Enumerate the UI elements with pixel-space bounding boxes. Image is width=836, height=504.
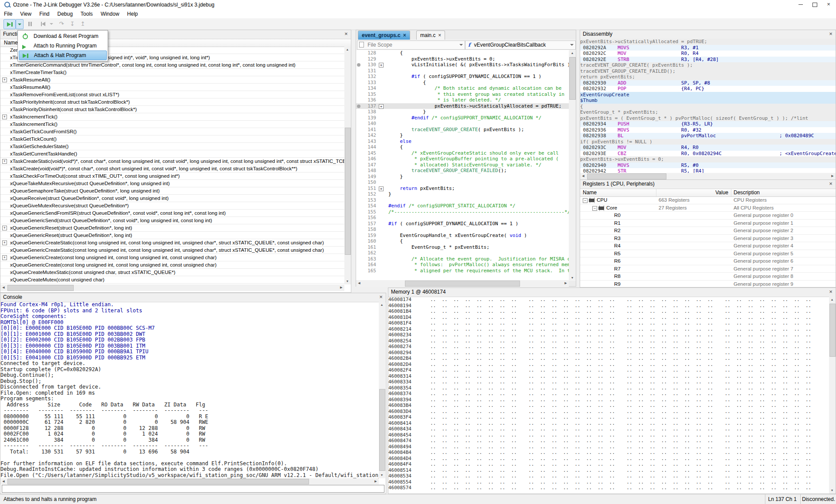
register-row[interactable]: R1General purpose register 1 (580, 220, 836, 227)
code-line[interactable]: 153 (356, 197, 569, 203)
menu-find[interactable]: Find (35, 10, 53, 18)
memory-row[interactable]: 46008534.. .. .. .. .. .. .. .. .. .. ..… (388, 473, 829, 479)
disassembly-instruction-line[interactable]: 08202934 PUSH {R3-R5, LR} (580, 121, 836, 127)
memory-row[interactable]: 46008294.. .. .. .. .. .. .. .. .. .. ..… (388, 350, 829, 356)
disassembly-instruction-line[interactable]: 08202932 POP {R4, PC} (580, 86, 836, 92)
code-gutter[interactable]: 134 (356, 85, 387, 91)
code-line[interactable]: 155/*-----------------------------------… (356, 209, 569, 215)
close-icon[interactable]: × (828, 30, 834, 38)
function-row[interactable]: xQueueGenericReset(struct QueueDefinitio… (0, 232, 345, 239)
code-line[interactable]: 129 pxEventBits->uxEventBits = 0; (356, 56, 569, 62)
disassembly-instruction-line[interactable]: 08202930 ADD SP, SP, #8 (580, 80, 836, 86)
disassembly-instruction-line[interactable]: 08202940 MOVS R5, #0 (580, 162, 836, 169)
menu-window[interactable]: Window (97, 10, 123, 18)
code-line[interactable]: 146 * pxEventGroupBuffer pointing to a p… (356, 156, 569, 162)
step-out-button[interactable]: ↥ (78, 19, 87, 28)
disassembly-source-line[interactable]: pxEventBits = ( EventGroup_t * ) pvPortM… (580, 115, 836, 122)
register-row[interactable]: −CPU663 RegistersCPU Registers (580, 196, 836, 204)
registers-column-header[interactable]: Name Value Description (580, 189, 836, 197)
memory-row[interactable]: 460081F4.. .. .. .. .. .. .. .. .. .. ..… (388, 320, 829, 326)
code-gutter[interactable]: 143 (356, 139, 387, 145)
memory-row[interactable]: 46008374.. .. .. .. .. .. .. .. .. .. ..… (388, 391, 829, 397)
menu-tools[interactable]: Tools (77, 10, 97, 18)
function-row[interactable]: xTaskPriorityDisinherit(const struct tsk… (0, 106, 345, 113)
disassembly-source-line[interactable]: { (580, 104, 836, 110)
code-gutter[interactable]: 141 (356, 127, 387, 133)
memory-row[interactable]: 46008554.. .. .. .. .. .. .. .. .. .. ..… (388, 479, 829, 485)
menu-item-attach-halt-program[interactable]: Attach & Halt Program (19, 51, 107, 60)
memory-row[interactable]: 46008354.. .. .. .. .. .. .. .. .. .. ..… (388, 385, 829, 391)
code-gutter[interactable]: 147 (356, 162, 387, 168)
menu-item-download-reset-program[interactable]: Download & Reset Program (19, 31, 107, 41)
close-icon[interactable]: × (378, 293, 384, 301)
function-row[interactable]: xQueueCreateMutex(const unsigned char) (0, 276, 345, 284)
step-over-button[interactable]: ↷ (57, 19, 66, 28)
code-gutter[interactable]: 151+ (356, 186, 387, 192)
code-gutter[interactable]: 164 (356, 262, 387, 268)
memory-row[interactable]: 46008414.. .. .. .. .. .. .. .. .. .. ..… (388, 420, 829, 426)
disassembly-source-line[interactable]: traceEVENT_GROUP_CREATE( pxEventBits ); (580, 62, 836, 68)
memory-vertical-scrollbar[interactable]: ▲ ▼ (829, 297, 836, 494)
code-line[interactable]: 160 { (356, 238, 569, 244)
expand-icon[interactable]: + (2, 159, 7, 164)
code-gutter[interactable]: 136 (356, 97, 387, 103)
code-line[interactable]: 159 EventGroupHandle_t xEventGroupCreate… (356, 233, 569, 239)
menu-file[interactable]: File (0, 10, 16, 18)
memory-row[interactable]: 46008194.. .. .. .. .. .. .. .. .. .. ..… (388, 303, 829, 309)
memory-row[interactable]: 460082B4.. .. .. .. .. .. .. .. .. .. ..… (388, 355, 829, 362)
disassembly-instruction-line[interactable]: 0820293E CBZ R0, 0x0820294C ; <xEventGro… (580, 151, 836, 157)
fold-icon[interactable]: + (379, 104, 384, 109)
code-gutter[interactable]: 146 (356, 156, 387, 162)
register-row[interactable]: R8General purpose register 8 (580, 273, 836, 281)
register-row[interactable]: R6General purpose register 6 (580, 257, 836, 265)
memory-row[interactable]: 46008254.. .. .. .. .. .. .. .. .. .. ..… (388, 338, 829, 344)
code-gutter[interactable]: 154 (356, 203, 387, 209)
disassembly-horizontal-scrollbar[interactable]: ◀ ▶ (580, 173, 836, 179)
function-row[interactable]: +xTaskIncrementTick() (0, 113, 345, 121)
expand-icon[interactable]: + (2, 240, 7, 245)
collapse-icon[interactable]: − (583, 198, 588, 203)
function-row[interactable]: xQueueSemaphoreTake(struct QueueDefiniti… (0, 187, 345, 195)
code-line[interactable]: 162 (356, 250, 569, 256)
memory-row[interactable]: 460083D4.. .. .. .. .. .. .. .. .. .. ..… (388, 409, 829, 415)
code-gutter[interactable]: 145 (356, 150, 387, 156)
function-row[interactable]: xQueueGiveMutexRecursive(struct QueueDef… (0, 202, 345, 210)
function-row[interactable]: xTaskPriorityInherit(const struct tskTas… (0, 98, 345, 106)
memory-row[interactable]: 460084F4.. .. .. .. .. .. .. .. .. .. ..… (388, 461, 829, 467)
code-line[interactable]: 130+ vListInitialise( &( pxEventBits->xT… (356, 62, 569, 68)
code-line[interactable]: 147 * allocated) StaticEventGroup_t vari… (356, 162, 569, 168)
tab-main-c[interactable]: main.c× (416, 30, 445, 40)
memory-row[interactable]: 46008234.. .. .. .. .. .. .. .. .. .. ..… (388, 332, 829, 338)
register-row[interactable]: R9General purpose register 9 (580, 281, 836, 288)
disassembly-label-line[interactable]: $Thumb (580, 98, 836, 104)
step-into-button[interactable]: ↧ (68, 19, 77, 28)
code-line[interactable]: 132 #if ( configSUPPORT_DYNAMIC_ALLOCATI… (356, 74, 569, 80)
register-row[interactable]: R5General purpose register 5 (580, 250, 836, 258)
menu-debug[interactable]: Debug (53, 10, 76, 18)
restore-button[interactable] (808, 0, 821, 10)
code-line[interactable]: 149 } (356, 174, 569, 180)
breakpoint-marker-icon[interactable] (357, 63, 360, 67)
memory-row[interactable]: 460084D4.. .. .. .. .. .. .. .. .. .. ..… (388, 456, 829, 462)
disassembly-instruction-line[interactable]: 08202936 MOVS R0, #32 (580, 127, 836, 133)
file-scope-combo[interactable]: File Scope (357, 41, 465, 50)
code-line[interactable]: 137+ pxEventBits->ucStaticallyAllocated … (356, 103, 569, 109)
register-row[interactable]: R3General purpose register 3 (580, 235, 836, 243)
editor-vertical-scrollbar[interactable]: ▲ ▼ (569, 50, 576, 281)
disassembly-instruction-line[interactable]: 0820292C MOV R0, R4 (580, 51, 836, 57)
memory-row[interactable]: 46008174.. .. .. .. .. .. .. .. .. .. ..… (388, 297, 829, 303)
reset-button[interactable] (37, 19, 49, 28)
code-gutter[interactable]: 142 (356, 132, 387, 139)
code-line[interactable]: 131 (356, 68, 569, 74)
breakpoint-marker-icon[interactable] (357, 105, 360, 108)
function-row[interactable]: xQueueGenericSend(struct QueueDefinition… (0, 217, 345, 224)
code-gutter[interactable]: 140 (356, 121, 387, 127)
code-gutter[interactable]: 161 (356, 244, 387, 250)
code-line[interactable]: 163 /* Allocate the event group. Justifi… (356, 256, 569, 262)
memory-row[interactable]: 460083B4.. .. .. .. .. .. .. .. .. .. ..… (388, 403, 829, 409)
code-line[interactable]: 133 { (356, 80, 569, 86)
code-line[interactable]: 161 EventGroup_t * pxEventBits; (356, 244, 569, 250)
code-line[interactable]: 164 * follows: pvPortMalloc() always ens… (356, 262, 569, 268)
register-row[interactable]: R2General purpose register 2 (580, 227, 836, 235)
function-row[interactable]: xTaskRemoveFromEventList(const struct xL… (0, 91, 345, 98)
